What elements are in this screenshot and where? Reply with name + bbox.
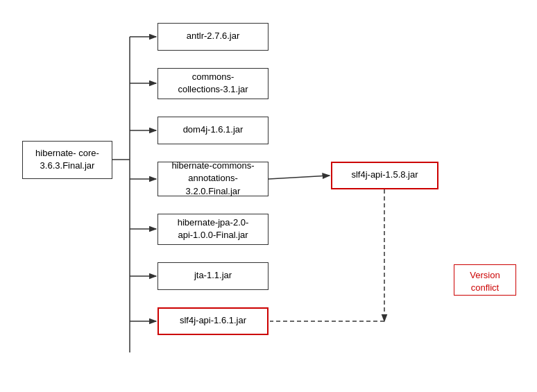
node-dom4j: dom4j-1.6.1.jar bbox=[157, 117, 268, 144]
node-root: hibernate- core-3.6.3.Final.jar bbox=[22, 141, 112, 179]
node-slf4j161: slf4j-api-1.6.1.jar bbox=[157, 307, 268, 335]
node-commons: commons-collections-3.1.jar bbox=[157, 68, 268, 99]
node-jta: jta-1.1.jar bbox=[157, 262, 268, 290]
node-slf4j158: slf4j-api-1.5.8.jar bbox=[331, 162, 438, 189]
version-conflict-label: Versionconflict bbox=[454, 264, 516, 296]
dependency-diagram: hibernate- core-3.6.3.Final.jar antlr-2.… bbox=[12, 12, 525, 380]
arrows-svg bbox=[12, 12, 525, 380]
node-hjpa: hibernate-jpa-2.0-api-1.0.0-Final.jar bbox=[157, 214, 268, 245]
node-hca: hibernate-commons-annotations-3.2.0.Fina… bbox=[157, 162, 268, 196]
svg-line-9 bbox=[268, 176, 330, 179]
node-antlr: antlr-2.7.6.jar bbox=[157, 23, 268, 51]
